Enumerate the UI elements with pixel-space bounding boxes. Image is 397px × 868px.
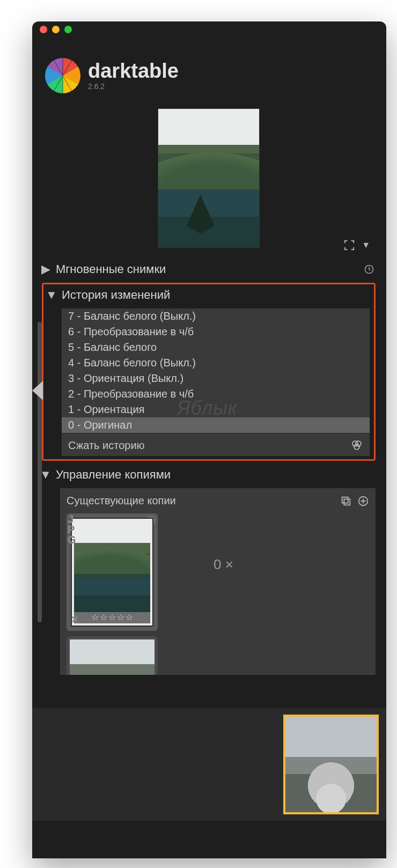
duplicate-icon[interactable] [340, 495, 352, 507]
svg-rect-5 [342, 497, 348, 503]
chevron-down-icon: ▼ [42, 468, 49, 482]
minimize-window-button[interactable] [52, 26, 60, 33]
app-logo-icon [45, 58, 80, 93]
chevron-down-icon: ▼ [48, 288, 55, 302]
history-item[interactable]: 4 - Баланс белого (Выкл.) [62, 355, 370, 371]
preview-area: ▼ [42, 104, 376, 255]
filmstrip-thumbnail-selected[interactable] [283, 715, 379, 814]
compress-history-row: Сжать историю [62, 433, 370, 456]
history-item-selected[interactable]: 0 - Оригинал [62, 417, 370, 433]
filmstrip [32, 708, 386, 821]
panel-title: Управление копиями [56, 468, 171, 482]
panel-title: Мгновенные снимки [56, 262, 166, 276]
left-panel: darktable 2.6.2 ▼ ▶ Мгновенные снимки [32, 38, 386, 675]
history-list: 7 - Баланс белого (Выкл.) 6 - Преобразов… [62, 308, 370, 433]
history-item[interactable]: 7 - Баланс белого (Выкл.) [62, 308, 370, 324]
chevron-down-icon[interactable]: ▼ [362, 240, 370, 250]
star-icon[interactable]: ☆ [100, 612, 107, 622]
history-item[interactable]: 2 - Преобразование в ч/б [62, 386, 370, 402]
close-window-button[interactable] [40, 26, 47, 33]
scrollbar[interactable] [38, 322, 42, 622]
styles-icon[interactable] [350, 439, 363, 452]
preview-image[interactable] [158, 108, 260, 248]
copy-count: 0 × [171, 513, 233, 615]
star-icon[interactable]: ☆ [117, 612, 124, 622]
collapse-panel-icon[interactable] [32, 381, 43, 400]
svg-rect-4 [344, 499, 350, 505]
history-item[interactable]: 1 - Ориентация [62, 402, 370, 417]
existing-copies-label: Существующие копии [67, 495, 176, 507]
fullscreen-icon[interactable] [343, 239, 355, 251]
copy-thumbnail[interactable]: JPG ✕ ☆ ☆ ☆ ☆ ☆ [67, 513, 158, 631]
compress-history-button[interactable]: Сжать историю [68, 439, 145, 452]
svg-point-3 [354, 444, 359, 450]
svg-point-2 [356, 441, 361, 446]
thumbnail-image [70, 639, 155, 675]
chevron-right-icon: ▶ [42, 262, 49, 276]
app-name: darktable [88, 61, 179, 81]
star-icon[interactable]: ☆ [126, 612, 133, 622]
star-icon[interactable]: ☆ [91, 612, 99, 622]
copy-thumbnail[interactable] [67, 636, 158, 675]
window-titlebar [32, 21, 386, 38]
history-item[interactable]: 5 - Баланс белого [62, 340, 370, 355]
star-rating[interactable]: ☆ ☆ ☆ ☆ ☆ [74, 611, 150, 623]
app-version: 2.6.2 [88, 82, 179, 91]
app-window: darktable 2.6.2 ▼ ▶ Мгновенные снимки [32, 21, 386, 858]
reject-icon[interactable]: ✕ [71, 614, 79, 626]
panel-history-highlight: ▼ История изменений 7 - Баланс белого (В… [42, 283, 376, 461]
file-format-badge: JPG [68, 514, 76, 545]
app-brand: darktable 2.6.2 [45, 58, 376, 93]
panel-snapshots: ▶ Мгновенные снимки [42, 259, 376, 279]
thumbnail-image [285, 717, 377, 812]
copies-body: Существующие копии JPG ✕ [60, 488, 376, 675]
thumbnail-image [74, 521, 150, 612]
reset-icon[interactable] [364, 264, 374, 275]
history-item[interactable]: 6 - Преобразование в ч/б [62, 324, 370, 340]
zoom-window-button[interactable] [64, 26, 72, 33]
panel-copies: ▼ Управление копиями Существующие копии [42, 464, 376, 675]
add-icon[interactable] [357, 495, 369, 507]
panel-header-copies[interactable]: ▼ Управление копиями [42, 464, 376, 485]
history-item[interactable]: 3 - Ориентация (Выкл.) [62, 371, 370, 386]
star-icon[interactable]: ☆ [108, 612, 116, 622]
panel-header-snapshots[interactable]: ▶ Мгновенные снимки [42, 259, 376, 279]
panel-title: История изменений [62, 288, 170, 302]
panel-header-history[interactable]: ▼ История изменений [43, 284, 374, 305]
